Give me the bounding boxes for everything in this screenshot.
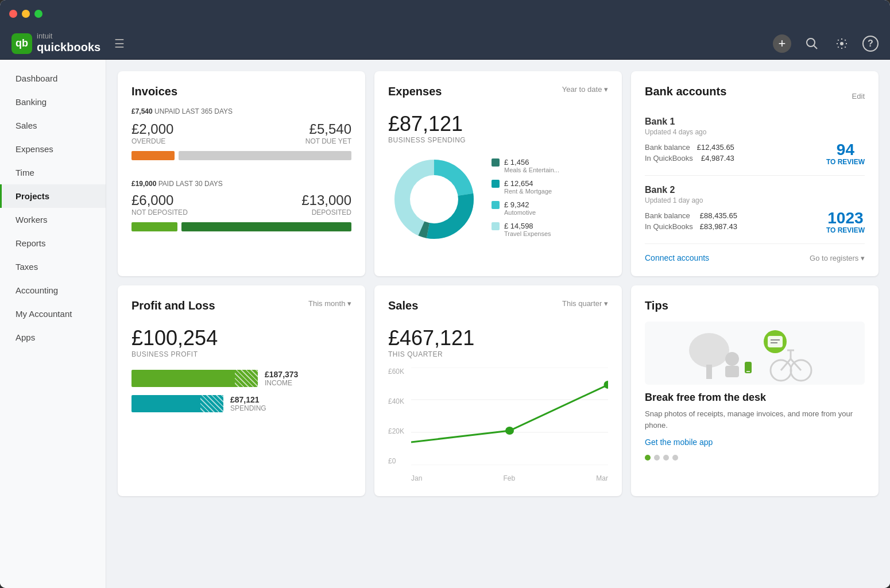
sidebar-item-workers[interactable]: Workers <box>0 208 106 231</box>
legend-color-2 <box>492 201 500 209</box>
bank2-section: Bank 2 Updated 1 day ago Bank balance £8… <box>645 185 865 244</box>
chart-xlabel-0: Jan <box>411 474 422 482</box>
overdue-amount: £2,000 <box>131 121 173 137</box>
chart-ylabel-3: £0 <box>388 457 404 465</box>
bank1-to-review-label: TO REVIEW <box>826 158 865 166</box>
profit-loss-header: Profit and Loss This month ▾ <box>131 299 351 322</box>
income-label: INCOME <box>265 379 298 387</box>
tips-dot-0[interactable] <box>645 455 651 461</box>
tips-dot-1[interactable] <box>654 455 660 461</box>
sales-period-selector[interactable]: This quarter ▾ <box>562 299 608 308</box>
svg-point-7 <box>410 175 458 223</box>
overdue-label: OVERDUE <box>131 137 173 145</box>
legend-item-2: £ 9,342 Automotive <box>492 200 608 216</box>
settings-icon[interactable] <box>833 34 851 53</box>
close-button[interactable] <box>9 10 17 18</box>
bank2-balance-row: Bank balance £88,435.65 <box>645 211 737 220</box>
get-mobile-app-button[interactable]: Get the mobile app <box>645 438 865 447</box>
sales-chart: £60K £40K £20K £0 <box>388 368 608 482</box>
expenses-period-selector[interactable]: Year to date ▾ <box>562 85 608 94</box>
sidebar-item-expenses[interactable]: Expenses <box>0 137 106 161</box>
traffic-lights <box>9 10 42 18</box>
bank-edit-button[interactable]: Edit <box>852 92 865 100</box>
svg-line-1 <box>814 45 817 49</box>
sidebar-item-taxes[interactable]: Taxes <box>0 255 106 278</box>
top-navigation: qb intuit quickbooks ☰ + ? <box>0 28 890 60</box>
legend-amount-3: £ 14,598 <box>504 222 551 230</box>
spending-amount: £87,121 <box>230 395 266 404</box>
chart-xlabel-1: Feb <box>504 474 516 482</box>
bank1-balance-row: Bank balance £12,435.65 <box>645 143 734 152</box>
chart-yaxis: £60K £40K £20K £0 <box>388 368 404 465</box>
expenses-card: Expenses Year to date ▾ £87,121 BUSINESS… <box>374 71 622 276</box>
sales-title: Sales <box>388 299 418 312</box>
deposited-bar-row <box>131 222 351 231</box>
sidebar-item-apps[interactable]: Apps <box>0 326 106 349</box>
overdue-bar <box>131 151 175 160</box>
legend-name-2: Automotive <box>504 209 536 216</box>
sidebar-item-accounting[interactable]: Accounting <box>0 278 106 302</box>
chart-content <box>411 368 608 465</box>
tips-dot-2[interactable] <box>663 455 669 461</box>
expenses-title: Expenses <box>388 85 442 98</box>
add-icon[interactable]: + <box>773 34 791 53</box>
sidebar-item-my-accountant[interactable]: My Accountant <box>0 302 106 326</box>
sales-sublabel: THIS QUARTER <box>388 350 608 358</box>
bank-accounts-title: Bank accounts <box>645 85 726 98</box>
logo-text: intuit quickbooks <box>37 32 100 55</box>
legend-name-1: Rent & Mortgage <box>504 188 552 195</box>
overdue-bar-row <box>131 151 351 169</box>
svg-point-0 <box>807 38 815 47</box>
svg-point-15 <box>689 333 729 368</box>
bank2-qb-row: In QuickBooks £83,987.43 <box>645 222 737 231</box>
sidebar-item-banking[interactable]: Banking <box>0 90 106 114</box>
sidebar-item-sales[interactable]: Sales <box>0 114 106 137</box>
not-due-bar <box>179 151 351 160</box>
sidebar-item-dashboard[interactable]: Dashboard <box>0 67 106 90</box>
menu-toggle-button[interactable]: ☰ <box>114 37 125 51</box>
help-icon[interactable]: ? <box>862 36 879 52</box>
bank-accounts-header: Bank accounts Edit <box>645 85 865 107</box>
minimize-button[interactable] <box>22 10 30 18</box>
sidebar-item-projects[interactable]: Projects <box>0 184 106 208</box>
nav-left: qb intuit quickbooks ☰ <box>11 32 125 55</box>
sidebar: Dashboard Banking Sales Expenses Time Pr… <box>0 60 106 588</box>
profit-loss-title: Profit and Loss <box>131 299 215 312</box>
sidebar-item-time[interactable]: Time <box>0 161 106 184</box>
bank1-review-count: 94 <box>826 142 865 158</box>
maximize-button[interactable] <box>34 10 42 18</box>
legend-amount-2: £ 9,342 <box>504 200 536 209</box>
legend-color-0 <box>492 158 500 167</box>
bank1-name: Bank 1 <box>645 117 865 127</box>
tips-card: Tips <box>631 285 879 496</box>
connect-accounts-button[interactable]: Connect accounts <box>645 253 709 262</box>
tips-dots <box>645 455 865 461</box>
not-deposited-bar <box>131 222 177 231</box>
income-bar <box>131 370 258 387</box>
deposited-label: DEPOSITED <box>301 208 351 216</box>
unpaid-text: UNPAID LAST 365 DAYS <box>154 107 233 115</box>
app-body: Dashboard Banking Sales Expenses Time Pr… <box>0 60 890 588</box>
legend-color-3 <box>492 222 500 230</box>
expenses-donut-chart <box>388 153 480 247</box>
svg-point-14 <box>603 381 608 389</box>
expenses-sublabel: BUSINESS SPENDING <box>388 136 608 144</box>
sidebar-item-reports[interactable]: Reports <box>0 231 106 255</box>
chart-xlabel-2: Mar <box>596 474 608 482</box>
chart-ylabel-2: £20K <box>388 427 404 435</box>
tips-dot-3[interactable] <box>672 455 678 461</box>
paid-label: £19,000 PAID LAST 30 DAYS <box>131 180 351 188</box>
sales-header: Sales This quarter ▾ <box>388 299 608 322</box>
go-to-registers-button[interactable]: Go to registers ▾ <box>810 254 865 262</box>
svg-point-17 <box>725 352 739 366</box>
deposited-amount: £13,000 <box>301 192 351 208</box>
legend-amount-0: £ 1,456 <box>504 158 559 167</box>
sales-card: Sales This quarter ▾ £467,121 THIS QUART… <box>374 285 622 496</box>
tips-card-title: Break free from the desk <box>645 392 865 404</box>
legend-color-1 <box>492 180 500 188</box>
spending-bar <box>131 395 223 412</box>
bank2-to-review-label: TO REVIEW <box>826 226 865 234</box>
profit-loss-period-selector[interactable]: This month ▾ <box>308 299 351 308</box>
search-icon[interactable] <box>803 34 821 53</box>
svg-rect-26 <box>768 336 783 347</box>
